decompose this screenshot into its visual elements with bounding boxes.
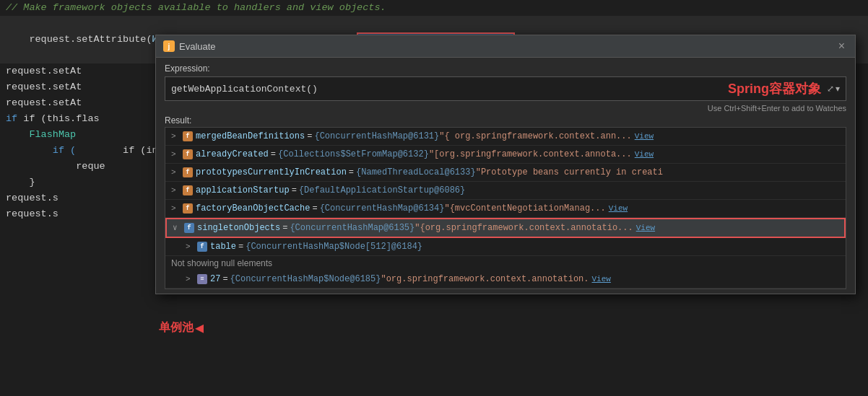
result-row[interactable]: >ftable = {ConcurrentHashMap$Node[512]@6… [165,238,846,256]
tree-toggle[interactable]: > [186,272,194,286]
field-value: "org.springframework.context.annotation. [381,272,589,286]
result-row[interactable]: >falreadyCreated = {Collections$SetFromM… [165,146,846,164]
result-label: Result: [165,115,846,126]
field-type-icon: f [183,185,193,195]
map-ref: {DefaultApplicationStartup@6086} [299,183,465,198]
popup-title-bar: j Evaluate × [156,35,855,58]
view-link[interactable]: View [636,221,655,235]
tree-toggle[interactable]: ∨ [173,221,181,235]
equals-sign: = [271,147,276,162]
tree-toggle[interactable]: > [171,129,180,144]
field-value: "[org.springframework.context.annota... [429,147,632,162]
field-name: mergedBeanDefinitions [196,129,305,144]
field-name: singletonObjects [197,221,280,235]
equals-sign: = [282,221,287,235]
singleton-chinese-label: 单例池 [159,320,194,335]
field-value: "{mvcContentNegotiationManag... [444,201,605,216]
singleton-label-area: 单例池 ◀ [159,319,204,337]
map-ref: {ConcurrentHashMap@6131} [314,129,439,144]
equals-sign: = [222,272,227,286]
map-ref: {ConcurrentHashMap@6134} [320,201,445,216]
expression-text: getWebApplicationContext() [171,84,716,94]
tree-toggle[interactable]: > [171,201,180,216]
field-name: applicationStartup [196,183,290,198]
equals-sign: = [349,165,354,180]
tree-toggle[interactable]: > [171,165,180,180]
code-line-comment: // Make framework objects available to h… [0,0,868,16]
expand-icon[interactable]: ⤢ [827,84,834,94]
popup-title-text: Evaluate [179,41,216,52]
dropdown-icon[interactable]: ▾ [836,84,840,94]
field-type-icon: f [183,149,193,159]
equals-sign: = [307,129,312,144]
result-row[interactable]: >≡27 = {ConcurrentHashMap$Node@6185} "or… [165,270,846,289]
field-name: 27 [210,272,220,286]
equals-sign: = [312,201,317,216]
field-type-icon: f [183,167,193,177]
expression-label: Expression: [165,63,846,74]
field-type-icon: f [183,203,193,214]
result-area[interactable]: >fmergedBeanDefinitions = {ConcurrentHas… [165,127,846,289]
expression-input-row[interactable]: getWebApplicationContext() Spring容器对象 ⤢ … [165,76,846,101]
tree-toggle[interactable]: > [186,239,194,254]
popup-icon: j [163,40,175,52]
result-row[interactable]: >ffactoryBeanObjectCache = {ConcurrentHa… [165,200,846,218]
view-link[interactable]: View [635,147,654,162]
field-value: "{org.springframework.context.annotatio.… [415,221,633,235]
field-type-icon: f [184,223,194,233]
close-button[interactable]: × [836,39,848,53]
view-link[interactable]: View [592,272,611,286]
result-row[interactable]: ∨fsingletonObjects = {ConcurrentHashMap@… [165,218,846,238]
tree-toggle[interactable]: > [171,147,180,162]
result-row[interactable]: >fapplicationStartup = {DefaultApplicati… [165,182,846,200]
list-icon: ≡ [197,274,207,284]
field-name: factoryBeanObjectCache [196,201,310,216]
equals-sign: = [292,183,297,198]
popup-body: Expression: getWebApplicationContext() S… [156,58,855,294]
popup-title-left: j Evaluate [163,40,216,52]
field-type-icon: f [183,131,193,141]
map-ref: {Collections$SetFromMap@6132} [278,147,429,162]
map-ref: {ConcurrentHashMap$Node@6185} [230,272,381,286]
tree-toggle[interactable]: > [171,183,180,198]
field-name: prototypesCurrentlyInCreation [196,165,347,180]
map-ref: {NamedThreadLocal@6133} [356,165,476,180]
field-type-icon: f [197,242,207,252]
field-value: "{ org.springframework.context.ann... [439,129,631,144]
equals-sign: = [238,239,243,254]
map-ref: {ConcurrentHashMap$Node[512]@6184} [246,239,422,254]
field-name: table [210,239,236,254]
singleton-arrow: ◀ [195,319,204,337]
not-showing-message: Not showing null elements [165,256,846,270]
field-value: "Prototype beans currently in creati [476,165,663,180]
spring-label: Spring容器对象 [728,80,821,97]
evaluate-popup: j Evaluate × Expression: getWebApplicati… [155,35,856,294]
view-link[interactable]: View [635,129,654,144]
view-link[interactable]: View [609,201,628,216]
result-row[interactable]: >fmergedBeanDefinitions = {ConcurrentHas… [165,128,846,146]
watches-hint: Use Ctrl+Shift+Enter to add to Watches [165,104,846,113]
field-name: alreadyCreated [196,147,269,162]
map-ref: {ConcurrentHashMap@6135} [290,221,415,235]
result-row[interactable]: >fprototypesCurrentlyInCreation = {Named… [165,164,846,182]
